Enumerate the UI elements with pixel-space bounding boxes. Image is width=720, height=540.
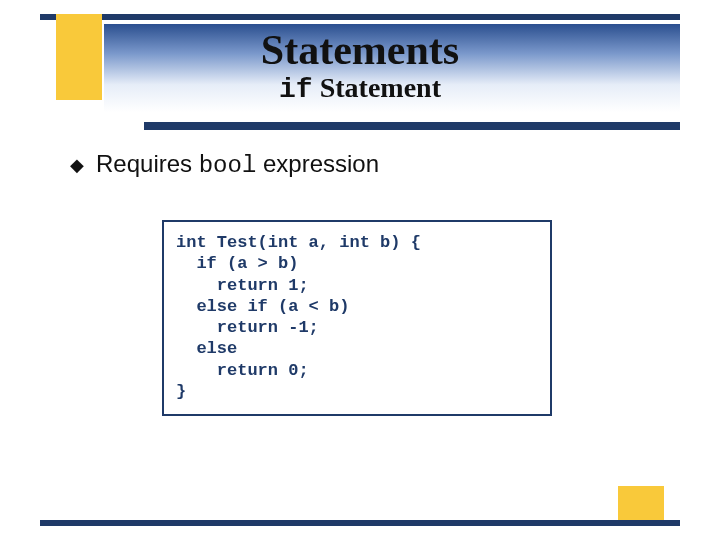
bottom-border-rule [40, 520, 680, 526]
subtitle-keyword: if [279, 74, 313, 105]
bullet-keyword: bool [199, 152, 257, 179]
bullet-text: Requires bool expression [96, 150, 379, 179]
code-content: int Test(int a, int b) { if (a > b) retu… [176, 232, 538, 402]
bullet-prefix: Requires [96, 150, 199, 177]
slide-subtitle: if Statement [40, 72, 680, 105]
top-border-rule [40, 14, 680, 20]
bullet-marker-icon: ◆ [70, 156, 84, 174]
header-underline-rule [144, 122, 680, 130]
slide-body: ◆ Requires bool expression [70, 150, 660, 179]
code-example-box: int Test(int a, int b) { if (a > b) retu… [162, 220, 552, 416]
slide-header: Statements if Statement [40, 24, 680, 122]
slide: Statements if Statement ◆ Requires bool … [0, 0, 720, 540]
header-text-block: Statements if Statement [40, 24, 680, 105]
subtitle-rest: Statement [313, 72, 441, 103]
bullet-item: ◆ Requires bool expression [70, 150, 660, 179]
bullet-suffix: expression [256, 150, 379, 177]
slide-title: Statements [40, 26, 680, 74]
